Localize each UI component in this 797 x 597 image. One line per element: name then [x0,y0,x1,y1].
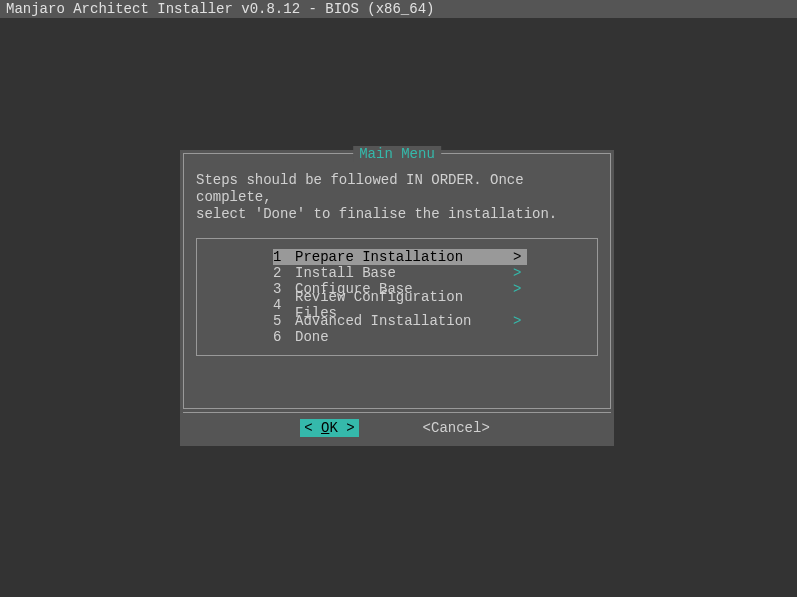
spacer [186,366,608,406]
main-menu-dialog: Main Menu Steps should be followed IN OR… [180,150,614,446]
menu-item-label: Done [295,329,513,345]
menu-item-number: 3 [273,281,295,297]
chevron-right-icon: > [513,281,527,297]
menu-item-number: 6 [273,329,295,345]
chevron-right-icon: > [513,265,527,281]
menu-item-label: Prepare Installation [295,249,513,265]
button-bar: < OK > <Cancel> [183,412,611,443]
menu-item-number: 5 [273,313,295,329]
menu-item-number: 4 [273,297,295,313]
menu-item-number: 2 [273,265,295,281]
menu-item-1[interactable]: 1Prepare Installation> [197,249,597,265]
menu-item-6[interactable]: 6Done [197,329,597,345]
menu-list: 1Prepare Installation>2Install Base>3Con… [196,238,598,356]
cancel-button[interactable]: <Cancel> [419,419,494,437]
ok-button[interactable]: < OK > [300,419,358,437]
menu-item-label: Advanced Installation [295,313,513,329]
dialog-title: Main Menu [353,146,441,162]
menu-item-5[interactable]: 5Advanced Installation> [197,313,597,329]
dialog-frame: Main Menu Steps should be followed IN OR… [183,153,611,409]
menu-item-number: 1 [273,249,295,265]
menu-item-2[interactable]: 2Install Base> [197,265,597,281]
chevron-right-icon: > [513,313,527,329]
menu-item-4[interactable]: 4Review Configuration Files [197,297,597,313]
menu-item-label: Install Base [295,265,513,281]
chevron-right-icon: > [513,249,527,265]
terminal-title: Manjaro Architect Installer v0.8.12 - BI… [0,0,797,18]
dialog-instructions: Steps should be followed IN ORDER. Once … [186,156,608,232]
